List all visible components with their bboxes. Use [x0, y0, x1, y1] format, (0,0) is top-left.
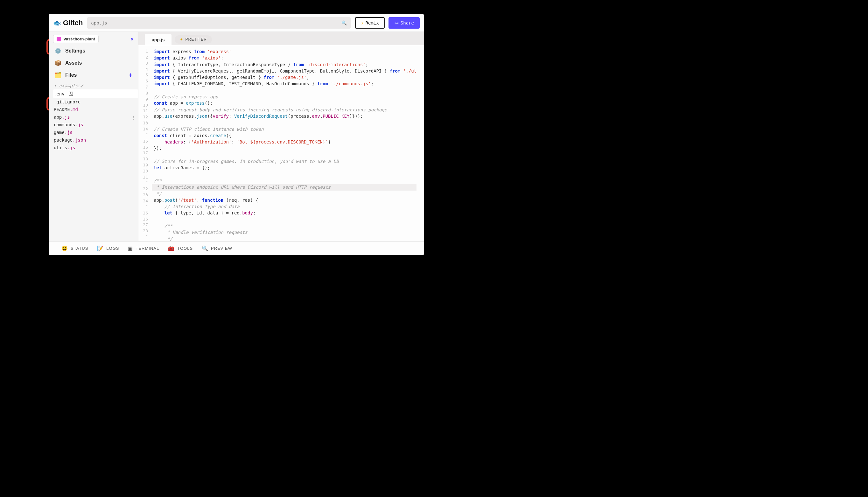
footer-tools[interactable]: 🧰 TOOLS [168, 245, 193, 251]
code-line[interactable]: import { getShuffledOptions, getResult }… [154, 74, 416, 81]
logo[interactable]: 🐟 Glitch [53, 19, 83, 27]
preview-icon: 🔍 [202, 245, 209, 251]
line-number: 23 [139, 192, 149, 198]
file-ext: .js [75, 122, 83, 127]
code-line[interactable]: import { InteractionType, InteractionRes… [154, 61, 416, 68]
line-number: 7 [139, 84, 149, 90]
line-number: 17 [139, 150, 149, 156]
sidebar-item-assets[interactable]: 📦 Assets [49, 57, 138, 69]
code-line[interactable]: /** [154, 223, 416, 229]
file-list: › examples/ .env ⚿.gitignoreREADME.mdapp… [49, 81, 138, 152]
line-number: 19 [139, 162, 149, 168]
code-line[interactable] [154, 171, 416, 178]
code-line[interactable] [154, 216, 416, 223]
code-line[interactable]: * Interactions endpoint URL where Discor… [152, 184, 416, 190]
file-item[interactable]: .env ⚿ [53, 89, 138, 98]
share-button[interactable]: ⫘ Share [388, 17, 420, 29]
file-item[interactable]: README.md [53, 105, 138, 113]
search-icon: 🔍 [341, 20, 347, 26]
line-number: 10 [139, 102, 149, 109]
file-item[interactable]: .gitignore [53, 98, 138, 105]
preview-label: PREVIEW [211, 246, 232, 251]
file-name: commands [54, 122, 75, 127]
body-row: vast-thorn-plant « ⚙️ Settings 📦 Assets … [49, 32, 424, 241]
code-line[interactable]: import { CHALLENGE_COMMAND, TEST_COMMAND… [154, 81, 416, 87]
file-item[interactable]: utils.js [53, 144, 138, 152]
code-line[interactable] [154, 87, 416, 94]
app-window: 🐟 Glitch 🔍 ⚡ Remix ⫘ Share vast-thor [49, 14, 424, 255]
line-number: 4 [139, 67, 149, 73]
file-ext: .js [62, 115, 70, 119]
code-line[interactable]: // Store for in-progress games. In produ… [154, 158, 416, 165]
project-icon [57, 37, 61, 41]
remix-button[interactable]: ⚡ Remix [355, 17, 385, 29]
line-number: 5 [139, 72, 149, 78]
file-item[interactable]: app.js⋮ [53, 113, 138, 121]
code-line[interactable] [154, 119, 416, 126]
tab-label: app.js [152, 37, 165, 42]
code-line[interactable]: // Create HTTP client instance with toke… [154, 126, 416, 132]
code-line[interactable]: /** [154, 178, 416, 184]
collapse-icon[interactable]: « [130, 36, 134, 42]
tools-icon: 🧰 [168, 245, 175, 251]
footer-preview[interactable]: 🔍 PREVIEW [202, 245, 232, 251]
code-body[interactable]: import express from 'express'import axio… [152, 45, 416, 241]
search-bar[interactable]: 🔍 [87, 17, 351, 29]
file-ext: .md [70, 107, 78, 112]
prettier-button[interactable]: ✦ PRETTIER [175, 35, 212, 44]
remix-label: Remix [366, 20, 379, 26]
code-line[interactable] [154, 152, 416, 158]
header: 🐟 Glitch 🔍 ⚡ Remix ⫘ Share [49, 14, 424, 32]
search-input[interactable] [91, 20, 341, 26]
line-gutter: 1234567891011121314 ˅15161718192021 ˅222… [139, 45, 152, 241]
code-line[interactable]: // Interaction type and data [154, 203, 416, 210]
settings-label: Settings [65, 48, 85, 54]
code-line[interactable]: let { type, id, data } = req.body; [154, 210, 416, 216]
code-line[interactable]: import axios from 'axios'; [154, 55, 416, 61]
code-line[interactable]: const client = axios.create({ [154, 132, 416, 139]
folder-label: › examples/ [54, 83, 83, 88]
footer-terminal[interactable]: ▣ TERMINAL [128, 245, 159, 251]
footer-logs[interactable]: 📝 LOGS [97, 245, 119, 251]
code-line[interactable]: headers: {'Authorization': `Bot ${proces… [154, 139, 416, 145]
tab-app-js[interactable]: app.js [145, 34, 171, 45]
project-row: vast-thorn-plant « [49, 32, 138, 45]
code-line[interactable]: */ [154, 190, 416, 197]
settings-icon: ⚙️ [54, 47, 61, 54]
project-name-pill[interactable]: vast-thorn-plant [53, 35, 99, 43]
footer-status[interactable]: 😃 STATUS [61, 245, 88, 251]
code-line[interactable]: import express from 'express' [154, 48, 416, 55]
file-item[interactable]: commands.js [53, 121, 138, 129]
code-line[interactable]: app.use(express.json({verify: VerifyDisc… [154, 113, 416, 119]
file-item[interactable]: game.js [53, 129, 138, 136]
more-icon[interactable]: ⋮ [131, 115, 136, 120]
sidebar-item-settings[interactable]: ⚙️ Settings [49, 45, 138, 57]
footer-toolbar: 😃 STATUS 📝 LOGS ▣ TERMINAL 🧰 TOOLS 🔍 PRE… [49, 241, 424, 255]
add-file-icon[interactable]: + [129, 72, 132, 79]
code-line[interactable]: // Create an express app [154, 94, 416, 100]
glitch-icon: 🐟 [53, 19, 61, 27]
code-line[interactable]: import { VerifyDiscordRequest, getRandom… [154, 68, 416, 74]
logs-label: LOGS [106, 246, 119, 251]
line-number: 16 [139, 144, 149, 151]
code-line[interactable]: const app = express(); [154, 100, 416, 106]
folder-examples[interactable]: › examples/ [53, 82, 138, 89]
code-editor[interactable]: 1234567891011121314 ˅15161718192021 ˅222… [139, 45, 424, 241]
file-ext: .json [73, 138, 86, 143]
key-icon: ⚿ [68, 91, 73, 97]
code-line[interactable]: }); [154, 145, 416, 152]
files-header: 🗂️ Files + [49, 69, 138, 81]
code-line[interactable]: app.post('/test', function (req, res) { [154, 197, 416, 203]
file-item[interactable]: package.json [53, 136, 138, 144]
code-line[interactable]: * Handle verification requests [154, 229, 416, 236]
code-line[interactable]: */ [154, 236, 416, 241]
line-number: 1 [139, 48, 149, 54]
tab-row: app.js ✦ PRETTIER [139, 32, 424, 45]
code-line[interactable]: let activeGames = {}; [154, 165, 416, 171]
line-number: 9 [139, 96, 149, 102]
code-line[interactable]: // Parse request body and verifies incom… [154, 106, 416, 113]
header-buttons: ⚡ Remix ⫘ Share [355, 17, 420, 29]
sidebar-item-files[interactable]: 🗂️ Files [49, 69, 77, 81]
file-name: .gitignore [54, 99, 81, 104]
file-name: app [54, 115, 62, 119]
